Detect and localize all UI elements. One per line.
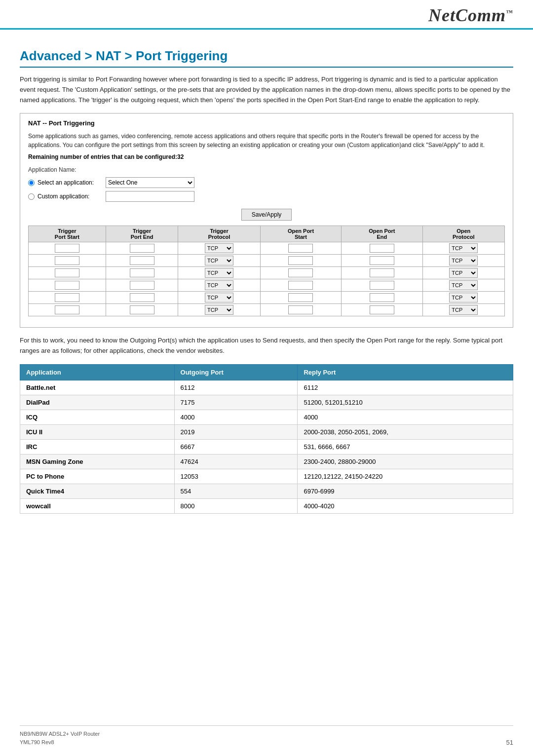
open-port-start-input[interactable] <box>288 268 313 277</box>
open-port-end-cell <box>342 304 422 316</box>
open-protocol-select[interactable]: TCPUDPTCP/UDP <box>449 305 478 315</box>
trigger-protocol-select[interactable]: TCPUDPTCP/UDP <box>205 268 233 278</box>
trigger-protocol-select[interactable]: TCPUDPTCP/UDP <box>205 243 233 253</box>
remaining-entries: Remaining number of entries that can be … <box>28 153 505 160</box>
open-port-end-input[interactable] <box>370 244 394 253</box>
nat-panel-description: Some applications such as games, video c… <box>28 132 505 150</box>
trigger-port-start-input[interactable] <box>55 293 79 302</box>
app-dropdown[interactable]: Select One <box>106 177 194 188</box>
outgoing-cell: 8000 <box>174 498 298 513</box>
trigger-port-end-input[interactable] <box>130 293 154 302</box>
open-port-end-input[interactable] <box>370 281 394 290</box>
open-protocol-select[interactable]: TCPUDPTCP/UDP <box>449 256 478 265</box>
open-port-end-cell <box>342 292 422 304</box>
trigger-port-end-cell <box>106 267 178 279</box>
trigger-protocol-select[interactable]: TCPUDPTCP/UDP <box>205 280 233 290</box>
select-app-radio[interactable] <box>28 180 35 186</box>
reply-cell: 6970-6999 <box>298 484 513 498</box>
reply-cell: 51200, 51201,51210 <box>298 395 513 410</box>
outgoing-cell: 7175 <box>174 395 298 410</box>
reply-cell: 2000-2038, 2050-2051, 2069, <box>298 424 513 439</box>
trigger-table-row: TCPUDPTCP/UDP TCPUDPTCP/UDP <box>29 267 505 279</box>
trigger-port-end-cell <box>106 255 178 267</box>
page-content: Advanced > NAT > Port Triggering Port tr… <box>0 30 533 553</box>
outgoing-cell: 6112 <box>174 380 298 395</box>
open-port-start-input[interactable] <box>288 281 313 290</box>
reply-cell: 2300-2400, 28800-29000 <box>298 454 513 469</box>
logo: NetComm™ <box>428 5 513 26</box>
trigger-port-start-cell <box>29 292 106 304</box>
custom-app-label: Custom application: <box>38 193 102 200</box>
trigger-port-start-input[interactable] <box>55 281 79 290</box>
custom-app-radio[interactable] <box>28 193 35 200</box>
trigger-protocol-select[interactable]: TCPUDPTCP/UDP <box>205 305 233 315</box>
trigger-port-start-input[interactable] <box>55 268 79 277</box>
page-footer: NB9/NB9W ADSL2+ VoIP Router YML790 Rev8 … <box>20 725 513 746</box>
select-app-label: Select an application: <box>38 179 102 186</box>
app-table-row: IRC 6667 531, 6666, 6667 <box>20 439 513 454</box>
app-table-row: DialPad 7175 51200, 51201,51210 <box>20 395 513 410</box>
select-app-row: Select an application: Select One <box>28 177 505 188</box>
custom-app-input[interactable] <box>106 191 194 202</box>
open-port-start-input[interactable] <box>288 305 313 314</box>
nat-panel: NAT -- Port Triggering Some applications… <box>20 113 513 328</box>
app-cell: ICQ <box>20 410 175 424</box>
footer-left: NB9/NB9W ADSL2+ VoIP Router YML790 Rev8 <box>20 730 100 746</box>
reply-cell: 4000-4020 <box>298 498 513 513</box>
open-protocol-select[interactable]: TCPUDPTCP/UDP <box>449 293 478 302</box>
open-port-end-input[interactable] <box>370 293 394 302</box>
trigger-port-start-input[interactable] <box>55 244 79 253</box>
trigger-port-start-input[interactable] <box>55 256 79 265</box>
trigger-port-start-input[interactable] <box>55 305 79 314</box>
open-port-end-input[interactable] <box>370 256 394 265</box>
open-protocol-select[interactable]: TCPUDPTCP/UDP <box>449 280 478 290</box>
app-table: Application Outgoing Port Reply Port Bat… <box>20 364 513 514</box>
open-port-start-input[interactable] <box>288 293 313 302</box>
trigger-protocol-select[interactable]: TCPUDPTCP/UDP <box>205 256 233 265</box>
custom-app-row: Custom application: <box>28 191 505 202</box>
open-port-end-cell <box>342 267 422 279</box>
open-protocol-cell: TCPUDPTCP/UDP <box>422 255 504 267</box>
open-port-start-input[interactable] <box>288 244 313 253</box>
app-cell: ICU II <box>20 424 175 439</box>
open-port-end-cell <box>342 279 422 292</box>
trigger-port-end-cell <box>106 304 178 316</box>
trigger-port-end-input[interactable] <box>130 256 154 265</box>
trigger-protocol-select[interactable]: TCPUDPTCP/UDP <box>205 293 233 302</box>
trigger-port-end-input[interactable] <box>130 305 154 314</box>
open-port-end-input[interactable] <box>370 268 394 277</box>
open-port-end-cell <box>342 242 422 255</box>
open-protocol-select[interactable]: TCPUDPTCP/UDP <box>449 243 478 253</box>
open-protocol-cell: TCPUDPTCP/UDP <box>422 242 504 255</box>
app-cell: wowcall <box>20 498 175 513</box>
app-table-row: ICQ 4000 4000 <box>20 410 513 424</box>
trigger-table: TriggerPort Start TriggerPort End Trigge… <box>28 226 505 316</box>
trigger-protocol-cell: TCPUDPTCP/UDP <box>178 255 260 267</box>
trigger-protocol-cell: TCPUDPTCP/UDP <box>178 242 260 255</box>
open-protocol-select[interactable]: TCPUDPTCP/UDP <box>449 268 478 278</box>
open-port-start-cell <box>260 255 341 267</box>
open-protocol-cell: TCPUDPTCP/UDP <box>422 304 504 316</box>
trigger-port-start-cell <box>29 242 106 255</box>
trigger-port-end-input[interactable] <box>130 244 154 253</box>
open-port-start-input[interactable] <box>288 256 313 265</box>
app-name-section-label: Application Name: <box>28 166 505 173</box>
trigger-port-end-cell <box>106 279 178 292</box>
save-apply-row: Save/Apply <box>28 209 505 221</box>
open-port-end-input[interactable] <box>370 305 394 314</box>
save-apply-button[interactable]: Save/Apply <box>241 209 292 221</box>
trigger-port-end-input[interactable] <box>130 281 154 290</box>
app-cell: MSN Gaming Zone <box>20 454 175 469</box>
reply-cell: 6112 <box>298 380 513 395</box>
trigger-port-end-cell <box>106 292 178 304</box>
trigger-port-end-cell <box>106 242 178 255</box>
reply-cell: 12120,12122, 24150-24220 <box>298 469 513 484</box>
trigger-port-end-input[interactable] <box>130 268 154 277</box>
nat-panel-title: NAT -- Port Triggering <box>28 119 505 127</box>
open-protocol-cell: TCPUDPTCP/UDP <box>422 267 504 279</box>
app-cell: PC to Phone <box>20 469 175 484</box>
app-col-application: Application <box>20 364 175 380</box>
trigger-protocol-cell: TCPUDPTCP/UDP <box>178 304 260 316</box>
col-open-port-start: Open PortStart <box>260 226 341 242</box>
outgoing-cell: 6667 <box>174 439 298 454</box>
